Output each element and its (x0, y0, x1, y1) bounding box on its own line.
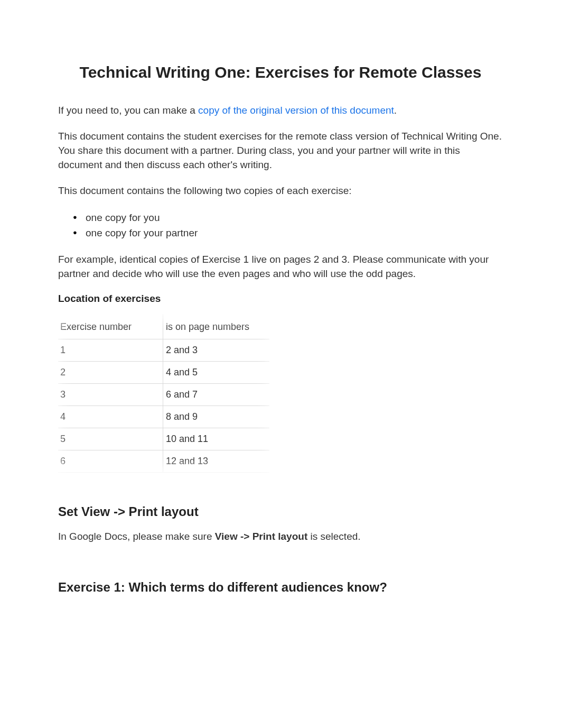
list-item: one copy for you (73, 210, 503, 225)
list-item: one copy for your partner (73, 225, 503, 241)
cell-exercise-number: 1 (58, 339, 164, 361)
cell-page-numbers: 4 and 5 (164, 361, 269, 383)
cell-page-numbers: 10 and 11 (164, 428, 269, 450)
example-paragraph: For example, identical copies of Exercis… (58, 253, 503, 281)
cell-page-numbers: 8 and 9 (164, 406, 269, 428)
table-row: 6 12 and 13 (58, 450, 269, 472)
table-row: 3 6 and 7 (58, 383, 269, 406)
col-header-exercise-number: Exercise number (58, 314, 164, 339)
cell-page-numbers: 2 and 3 (164, 339, 269, 361)
copies-list: one copy for you one copy for your partn… (73, 210, 503, 241)
cell-exercise-number: 6 (58, 450, 164, 472)
table-row: 5 10 and 11 (58, 428, 269, 450)
cell-exercise-number: 5 (58, 428, 164, 450)
cell-page-numbers: 6 and 7 (164, 383, 269, 406)
document-title: Technical Writing One: Exercises for Rem… (58, 63, 503, 81)
intro-suffix: . (394, 105, 397, 116)
view-text-suffix: is selected. (307, 531, 360, 542)
table-row: 1 2 and 3 (58, 339, 269, 361)
exercise-1-heading: Exercise 1: Which terms do different aud… (58, 580, 503, 595)
copy-document-link[interactable]: copy of the original version of this doc… (198, 105, 394, 116)
table-row: 2 4 and 5 (58, 361, 269, 383)
cell-exercise-number: 2 (58, 361, 164, 383)
cell-exercise-number: 4 (58, 406, 164, 428)
view-text-bold: View -> Print layout (215, 531, 307, 542)
col-header-page-numbers: is on page numbers (164, 314, 269, 339)
table-row: 4 8 and 9 (58, 406, 269, 428)
cell-page-numbers: 12 and 13 (164, 450, 269, 472)
view-section: Set View -> Print layout In Google Docs,… (58, 504, 503, 544)
view-heading: Set View -> Print layout (58, 504, 503, 519)
exercise-location-table-wrap: Exercise number is on page numbers 1 2 a… (58, 314, 269, 473)
description-paragraph: This document contains the student exerc… (58, 130, 503, 172)
view-text-prefix: In Google Docs, please make sure (58, 531, 215, 542)
cell-exercise-number: 3 (58, 383, 164, 406)
copies-paragraph: This document contains the following two… (58, 184, 503, 198)
exercise-location-table: Exercise number is on page numbers 1 2 a… (58, 314, 269, 473)
intro-prefix: If you need to, you can make a (58, 105, 198, 116)
intro-paragraph: If you need to, you can make a copy of t… (58, 104, 503, 118)
table-caption: Location of exercises (58, 293, 503, 305)
table-header-row: Exercise number is on page numbers (58, 314, 269, 339)
view-paragraph: In Google Docs, please make sure View ->… (58, 530, 503, 544)
